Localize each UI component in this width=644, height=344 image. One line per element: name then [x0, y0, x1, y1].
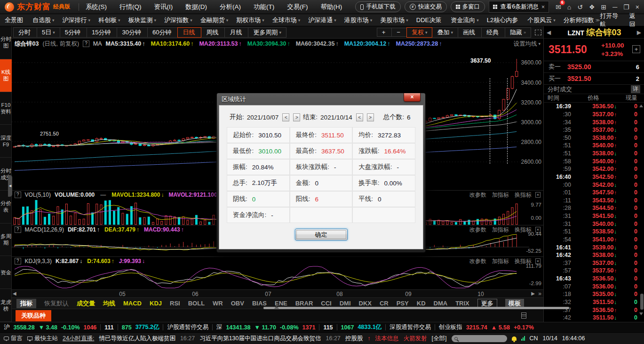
close-pane-icon[interactable]: ×	[535, 192, 541, 198]
trade-row[interactable]: :31 3541.50↓ 0	[544, 212, 644, 220]
skin-icon[interactable]: ❖	[589, 3, 595, 11]
period-tab[interactable]: 分时	[13, 27, 37, 38]
nav-item[interactable]: 港股市场 ▾	[344, 16, 373, 24]
nav-item[interactable]: 科创板 ▾	[98, 16, 120, 24]
all-news-button[interactable]: [全部]	[432, 335, 447, 343]
sidebar-item[interactable]: F10资料	[0, 92, 12, 125]
menu-item[interactable]: 数据(D)	[185, 3, 207, 11]
search-input[interactable]	[452, 335, 507, 342]
nav-item[interactable]: 沪深排行 ▾	[63, 16, 91, 24]
chart-tool-button[interactable]: +	[377, 28, 392, 37]
menu-item[interactable]: 分析(A)	[220, 3, 241, 11]
trade-row[interactable]: :59 3542.00↑ 0	[544, 165, 644, 173]
nav-item[interactable]: 分析师指数 ≫	[564, 16, 600, 24]
mail-icon[interactable]: ✉6	[556, 3, 561, 11]
nav-item[interactable]: 美股市场 ▾	[380, 16, 408, 24]
period-tab[interactable]: 日线	[177, 27, 201, 38]
trade-row[interactable]: :07 3536.00↓ 0	[544, 282, 644, 290]
multi-window-button[interactable]: 多窗口	[451, 1, 485, 12]
next-symbol-icon[interactable]: ▶	[637, 29, 641, 36]
news-item[interactable]: 控股股	[345, 335, 363, 343]
detail-button[interactable]: 详	[631, 85, 640, 93]
help-icon[interactable]: ?	[15, 258, 21, 264]
pane-tool-button[interactable]: 改参数	[469, 226, 486, 234]
trade-row[interactable]: :32 3511.50↓ 0	[544, 298, 644, 306]
indicator-tab[interactable]: DMA	[434, 300, 448, 307]
dismiss-message-icon[interactable]: ×	[541, 4, 545, 10]
fastest-server-button[interactable]: 最快主站	[27, 335, 58, 343]
fullscreen-icon[interactable]	[535, 30, 541, 35]
menu-item[interactable]: 帮助(H)	[321, 3, 342, 11]
close-button[interactable]: ×	[636, 3, 639, 11]
end-prev-button[interactable]: <	[356, 113, 363, 121]
news-item[interactable]: 情已导致近亿人陷入极端贫困	[99, 335, 175, 343]
home-icon[interactable]: ⌂	[567, 3, 571, 11]
menu-item[interactable]: 功能(T)	[254, 3, 274, 11]
restore-button[interactable]: ❐	[623, 3, 629, 11]
sidebar-item[interactable]: 资金	[0, 256, 12, 289]
mobile-download-button[interactable]: 手机版下载	[355, 1, 401, 12]
sidebar-item[interactable]: K线图	[0, 59, 12, 92]
trade-row[interactable]: :51 3540.00↑ 0	[544, 142, 644, 150]
ok-button[interactable]: 确定	[295, 229, 348, 240]
sidebar-item[interactable]: 深度F9	[0, 125, 12, 158]
trade-row[interactable]: :11 3543.50↓ 0	[544, 197, 644, 205]
period-tab[interactable]: 周线	[201, 27, 225, 38]
trade-row[interactable]: :37 3537.00↓ 0	[544, 259, 644, 267]
trade-row[interactable]: :54 3541.00↑ 0	[544, 236, 644, 244]
chart-tool-button[interactable]: 隐藏 »	[505, 27, 531, 38]
start-next-button[interactable]: >	[293, 113, 300, 121]
indicator-tab[interactable]: KDJ	[150, 300, 162, 307]
nav-item[interactable]: DDE决策	[416, 16, 443, 24]
pane-tool-button[interactable]: 加指标	[492, 226, 509, 234]
chart-tool-button[interactable]: 复权 ▾	[406, 27, 433, 38]
trade-row[interactable]: :00 3542.00↓ 0	[544, 181, 644, 189]
scroll-end-icon[interactable]: »	[538, 290, 541, 297]
indicator-tab[interactable]: DKX	[359, 300, 372, 307]
trade-row[interactable]: :50 3538.00↑ 0	[544, 134, 644, 142]
scrollbar-thumb[interactable]	[640, 294, 644, 310]
indicator-tab[interactable]: OBV	[231, 300, 244, 307]
nav-item[interactable]: 金融期货 ▾	[200, 16, 229, 24]
bell-icon[interactable]	[512, 336, 517, 341]
period-tab[interactable]: 5分钟	[60, 27, 87, 38]
indicator-tab[interactable]: MACD	[123, 300, 142, 307]
chinext-label[interactable]: 创业板指	[439, 323, 462, 331]
nav-item[interactable]: 全球市场 ▾	[272, 16, 301, 24]
scroll-down-icon[interactable]	[639, 312, 643, 315]
nav-item[interactable]: 沪深港通 ▾	[308, 16, 336, 24]
scroll-up-icon[interactable]	[639, 104, 643, 107]
period-tab[interactable]: 更多周期 ▾	[248, 27, 286, 38]
menu-item[interactable]: 资讯(I)	[154, 3, 173, 11]
nav-item[interactable]: L2核心内参	[487, 16, 519, 24]
trade-row[interactable]: :28 3544.50↑ 0	[544, 204, 644, 212]
quick-trade-button[interactable]: ¥ 快速交易	[405, 1, 447, 12]
indicator-tab[interactable]: CCI	[321, 300, 331, 307]
menu-item[interactable]: 系统(S)	[86, 3, 107, 11]
indicator-tab[interactable]: BRAR	[295, 300, 313, 307]
sh-label[interactable]: 沪	[4, 323, 10, 331]
pane-tool-button[interactable]: 改参数	[469, 257, 486, 265]
dialog-close-button[interactable]: ×	[404, 93, 421, 102]
help-icon[interactable]: ?	[83, 40, 89, 47]
indicator-tab[interactable]: BOLL	[188, 300, 205, 307]
hot-topic-link[interactable]: 火箭发射	[404, 335, 427, 343]
help-icon[interactable]: ?	[15, 226, 21, 233]
page-icon[interactable]	[521, 312, 526, 319]
trade-row[interactable]: :42 3511.50↓ 0	[544, 314, 644, 322]
prev-symbol-icon[interactable]: ◀	[547, 29, 551, 36]
indicator-tab[interactable]: DMI	[340, 300, 351, 307]
scroll-right-icon[interactable]: ▶	[531, 291, 535, 296]
indicator-tab[interactable]: CR	[380, 300, 389, 307]
trade-row[interactable]: 16:43 3536.50↓ 0	[544, 275, 644, 283]
nav-item[interactable]: 资金流向 ▾	[451, 16, 479, 24]
add-to-watchlist-button[interactable]: +	[632, 45, 640, 53]
new-window-icon[interactable]: ⊞	[601, 3, 607, 11]
indicator-tab[interactable]: TRIX	[455, 300, 469, 307]
news-item[interactable]: 习近平向第130届中国进出口商品交易会致贺信	[199, 335, 321, 343]
indicator-tab[interactable]: BIAS	[252, 300, 267, 307]
period-tab[interactable]: 5日 ▾	[37, 27, 60, 38]
nav-item[interactable]: 板块监测 ▾	[128, 16, 157, 24]
indicator-tab[interactable]: 均线	[103, 299, 115, 308]
trade-row[interactable]: 16:41 3539.00↓ 0	[544, 243, 644, 251]
